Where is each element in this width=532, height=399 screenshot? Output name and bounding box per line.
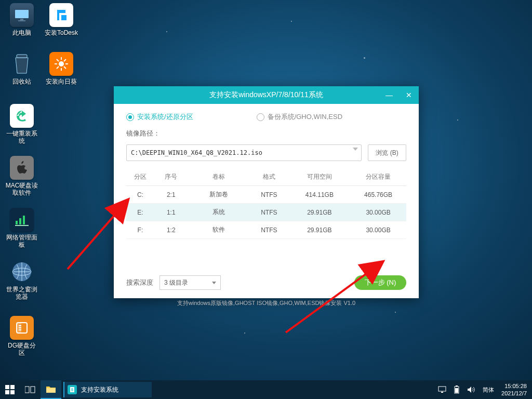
folder-icon xyxy=(46,385,56,393)
table-row[interactable]: E:1:1系统NTFS29.91GB30.00GB xyxy=(126,204,406,221)
start-button[interactable] xyxy=(0,380,20,399)
sunflower-icon xyxy=(54,57,69,71)
windows-icon xyxy=(5,385,15,394)
image-path-value: C:\DEEPIN_WIN10_X64_Q8_V2021.12.iso xyxy=(131,149,262,156)
partition-icon xyxy=(15,321,29,335)
svg-rect-32 xyxy=(441,392,443,393)
svg-rect-3 xyxy=(61,15,66,20)
ime-indicator[interactable]: 简体 xyxy=(483,386,494,394)
system-tray: 简体 15:05:28 2021/12/7 xyxy=(433,382,532,397)
chevron-down-icon xyxy=(353,148,358,151)
desktop-icon-reinstall[interactable]: 一键重装系统 xyxy=(5,104,38,144)
desktop-icon-mac-reader[interactable]: MAC硬盘读取软件 xyxy=(5,156,38,196)
svg-rect-30 xyxy=(46,388,56,393)
reinstall-icon xyxy=(15,109,29,123)
volume-icon[interactable] xyxy=(467,386,475,393)
search-depth-label: 搜索深度 xyxy=(126,278,153,287)
app-icon xyxy=(68,385,77,394)
svg-rect-17 xyxy=(15,225,29,226)
radio-install-label: 安装系统/还原分区 xyxy=(137,112,193,122)
svg-line-12 xyxy=(64,59,66,61)
desktop-icon-todesk[interactable]: 安装ToDesk xyxy=(45,3,78,36)
radio-backup[interactable] xyxy=(257,113,264,121)
minimize-button[interactable]: — xyxy=(379,86,399,104)
taskbar-app-title: 支持安装系统 xyxy=(81,385,118,394)
dialog-title: 支持安装windowsXP/7/8/10/11系统 xyxy=(209,90,323,100)
desktop-icon-this-pc[interactable]: 此电脑 xyxy=(5,3,38,36)
taskbar: 支持安装系统 简体 15:05:28 2021/12/7 xyxy=(0,380,532,399)
desktop-icon-recycle[interactable]: 回收站 xyxy=(5,52,38,85)
svg-point-5 xyxy=(59,61,64,66)
next-button[interactable]: 下一步 (N) xyxy=(354,275,406,290)
clock-time: 15:05:28 xyxy=(504,382,527,390)
desktop-icon-sunlogin[interactable]: 安装向日葵 xyxy=(45,52,78,85)
svg-rect-0 xyxy=(15,10,29,18)
desktop: 此电脑 安装ToDesk 回收站 安装向日葵 一键重装系统 MAC硬盘读取软件 … xyxy=(0,0,532,399)
svg-rect-26 xyxy=(5,390,9,394)
clock-date: 2021/12/7 xyxy=(501,390,527,397)
taskview-icon xyxy=(25,385,35,394)
svg-rect-4 xyxy=(17,55,27,58)
dialog-titlebar[interactable]: 支持安装windowsXP/7/8/10/11系统 — ✕ xyxy=(114,86,419,104)
pc-icon xyxy=(14,9,30,21)
install-dialog: 支持安装windowsXP/7/8/10/11系统 — ✕ 安装系统/还原分区 … xyxy=(114,86,419,298)
svg-rect-34 xyxy=(456,385,458,387)
desktop-icon-net-panel[interactable]: 网络管理面板 xyxy=(5,208,38,248)
dialog-footer: 支持windows原版镜像,GHOST ISO镜像,GHO,WIM,ESD镜像安… xyxy=(126,299,406,307)
svg-rect-15 xyxy=(19,218,21,224)
apple-icon xyxy=(16,161,28,175)
svg-rect-29 xyxy=(31,387,35,393)
svg-rect-25 xyxy=(10,385,15,389)
chevron-down-icon xyxy=(212,282,216,284)
svg-rect-14 xyxy=(16,221,18,224)
svg-rect-35 xyxy=(455,388,458,393)
taskview-button[interactable] xyxy=(20,380,41,399)
globe-icon xyxy=(10,260,33,283)
svg-rect-2 xyxy=(18,20,25,21)
svg-line-13 xyxy=(57,66,59,69)
radio-install[interactable] xyxy=(126,113,134,121)
svg-rect-28 xyxy=(25,387,29,393)
monitor-icon[interactable] xyxy=(438,386,446,393)
image-path-dropdown[interactable]: C:\DEEPIN_WIN10_X64_Q8_V2021.12.iso xyxy=(126,144,362,161)
radio-backup-label: 备份系统/GHO,WIN,ESD xyxy=(268,112,342,122)
svg-rect-24 xyxy=(5,385,9,389)
image-path-label: 镜像路径： xyxy=(126,129,406,138)
svg-rect-27 xyxy=(10,390,15,394)
svg-line-10 xyxy=(57,59,59,61)
taskbar-clock[interactable]: 15:05:28 2021/12/7 xyxy=(501,382,527,397)
taskbar-app-installer[interactable]: 支持安装系统 xyxy=(63,382,152,397)
desktop-icon-browser[interactable]: 世界之窗浏览器 xyxy=(5,260,38,300)
close-button[interactable]: ✕ xyxy=(399,86,419,104)
svg-line-11 xyxy=(64,66,66,69)
browse-button[interactable]: 浏览 (B) xyxy=(368,144,406,161)
svg-rect-16 xyxy=(23,216,25,224)
recycle-bin-icon xyxy=(11,52,32,75)
svg-rect-1 xyxy=(20,19,23,20)
desktop-icon-dg[interactable]: DG硬盘分区 xyxy=(5,316,38,356)
svg-rect-31 xyxy=(438,387,446,391)
bars-icon xyxy=(14,214,30,226)
search-depth-select[interactable]: 3 级目录 xyxy=(159,275,221,290)
battery-icon[interactable] xyxy=(454,385,460,394)
partition-table: 分区 序号 卷标 格式 可用空间 分区容量 C:2:1新加卷NTFS414.11… xyxy=(126,168,406,239)
table-row[interactable]: C:2:1新加卷NTFS414.11GB465.76GB xyxy=(126,186,406,204)
table-row[interactable]: F:1:2软件NTFS29.91GB30.00GB xyxy=(126,221,406,239)
explorer-button[interactable] xyxy=(41,380,61,399)
todesk-icon xyxy=(54,8,69,22)
